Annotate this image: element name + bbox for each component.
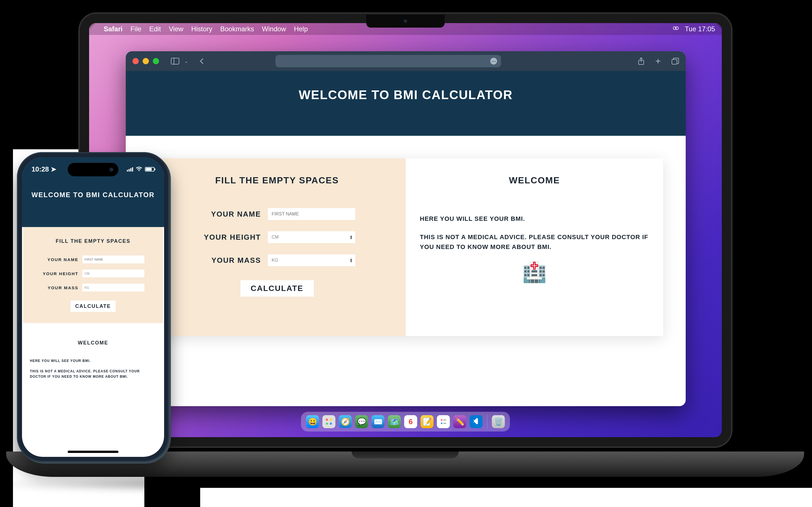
camera-dot (404, 19, 407, 23)
dock-safari-icon[interactable]: 🧭 (339, 415, 352, 428)
dock-notes-icon[interactable]: 📝 (421, 415, 434, 428)
bottom-white-strip (200, 488, 812, 507)
name-input[interactable] (268, 208, 355, 220)
page-title: WELCOME TO BMI CALCULATOR (126, 88, 686, 102)
window-minimize-button[interactable] (143, 58, 149, 64)
dock-trash-icon[interactable]: 🗑️ (492, 415, 505, 428)
iphone-mass-input[interactable]: KG (82, 284, 144, 291)
status-time: 10:28 ➤ (32, 165, 56, 173)
iphone-name-input[interactable] (82, 256, 144, 263)
iphone-webview: WELCOME TO BMI CALCULATOR FILL THE EMPTY… (22, 157, 164, 457)
mass-placeholder: KG (272, 258, 278, 263)
laptop-bezel: Safari File Edit View History Bookmarks … (80, 13, 731, 447)
height-input[interactable]: CM ▲▼ (268, 231, 355, 243)
stepper-icon[interactable]: ▲▼ (350, 235, 353, 239)
menu-window[interactable]: Window (262, 25, 286, 33)
home-indicator[interactable] (68, 451, 118, 453)
row-name: YOUR NAME (162, 208, 392, 220)
svg-rect-2 (171, 58, 179, 64)
dock-messages-icon[interactable]: 💬 (355, 415, 368, 428)
share-icon[interactable] (638, 57, 645, 65)
dock-maps-icon[interactable]: 🗺️ (388, 415, 401, 428)
mass-input[interactable]: KG ▲▼ (268, 255, 355, 266)
svg-point-13 (441, 419, 443, 421)
app-header: WELCOME TO BMI CALCULATOR (126, 71, 686, 136)
menu-file[interactable]: File (131, 25, 142, 33)
iphone-form-title: FILL THE EMPTY SPACES (30, 238, 156, 244)
iphone-row-name: YOUR NAME (30, 256, 156, 263)
result-line2: THIS IS NOT A MEDICAL ADVICE. PLEASE CON… (420, 232, 649, 252)
iphone-height-input[interactable]: CM (82, 270, 144, 277)
dock-freeform-icon[interactable]: ✏️ (453, 415, 466, 428)
calculate-button[interactable]: CALCULATE (241, 280, 314, 297)
menu-edit[interactable]: Edit (149, 25, 161, 33)
result-line1: HERE YOU WILL SEE YOUR BMI. (420, 214, 649, 224)
menubar-clock[interactable]: Tue 17:05 (685, 25, 715, 33)
macbook-frame: Safari File Edit View History Bookmarks … (80, 13, 731, 470)
iphone-result-line2: THIS IS NOT A MEDICAL ADVICE. PLEASE CON… (30, 369, 156, 379)
dynamic-island (68, 163, 118, 176)
wifi-icon (136, 166, 142, 173)
dock-finder-icon[interactable]: 😀 (306, 415, 319, 428)
svg-rect-8 (672, 59, 677, 64)
safari-webview: WELCOME TO BMI CALCULATOR FILL THE EMPTY… (126, 71, 686, 358)
form-title: FILL THE EMPTY SPACES (162, 175, 392, 186)
window-zoom-button[interactable] (153, 58, 159, 64)
menubar-app-name[interactable]: Safari (104, 25, 123, 33)
battery-icon (145, 167, 154, 172)
iphone-result-title: WELCOME (30, 340, 156, 346)
svg-point-11 (326, 422, 328, 425)
label-height: YOUR HEIGHT (199, 233, 261, 242)
iphone-height-placeholder: CM (85, 272, 89, 275)
window-close-button[interactable] (133, 58, 139, 64)
svg-point-9 (326, 418, 328, 421)
tabs-overview-icon[interactable] (672, 57, 679, 65)
reader-more-icon[interactable]: ⋯ (490, 58, 497, 64)
dock-separator (487, 414, 488, 429)
menu-bookmarks[interactable]: Bookmarks (220, 25, 254, 33)
new-tab-icon[interactable] (655, 57, 661, 65)
svg-point-12 (330, 422, 332, 425)
iphone-page-title: WELCOME TO BMI CALCULATOR (22, 191, 164, 199)
control-center-icon[interactable] (672, 25, 679, 33)
address-bar[interactable]: ⋯ (275, 55, 501, 67)
safari-window: ⌄ ⋯ (126, 51, 686, 406)
height-placeholder: CM (272, 235, 279, 240)
stepper-icon[interactable]: ▲▼ (350, 258, 353, 263)
hospital-icon: 🏥 (420, 261, 649, 284)
dock-vscode-icon[interactable] (470, 415, 483, 428)
iphone-row-mass: YOUR MASS KG (30, 284, 156, 291)
chevron-down-icon[interactable]: ⌄ (185, 59, 188, 64)
iphone-mass-placeholder: KG (85, 286, 89, 289)
svg-point-14 (441, 422, 443, 424)
laptop-notch (366, 15, 445, 27)
menu-help[interactable]: Help (294, 25, 308, 33)
menu-history[interactable]: History (191, 25, 212, 33)
dock-mail-icon[interactable]: ✉️ (371, 415, 385, 428)
dock-reminders-icon[interactable] (437, 415, 450, 428)
form-card: FILL THE EMPTY SPACES YOUR NAME YOUR HEI… (148, 158, 406, 336)
sidebar-toggle-icon[interactable] (171, 58, 179, 64)
dock-calendar-icon[interactable]: 6 (404, 415, 417, 428)
safari-toolbar: ⌄ ⋯ (126, 51, 686, 71)
iphone-screen: 10:28 ➤ WELCOME TO BMI CALCULATOR FILL T… (22, 157, 164, 457)
iphone-frame: 10:28 ➤ WELCOME TO BMI CALCULATOR FILL T… (17, 152, 169, 462)
label-name: YOUR NAME (199, 210, 261, 219)
iphone-label-mass: YOUR MASS (42, 285, 79, 290)
laptop-screen: Safari File Edit View History Bookmarks … (89, 23, 722, 437)
iphone-row-height: YOUR HEIGHT CM (30, 270, 156, 277)
iphone-label-name: YOUR NAME (42, 257, 79, 262)
iphone-calculate-button[interactable]: CALCULATE (70, 300, 116, 312)
label-mass: YOUR MASS (199, 256, 261, 265)
row-mass: YOUR MASS KG ▲▼ (162, 255, 392, 266)
app-body: FILL THE EMPTY SPACES YOUR NAME YOUR HEI… (126, 136, 686, 358)
macos-dock: 😀 🧭 💬 ✉️ 🗺️ 6 📝 ✏️ 🗑️ (301, 412, 510, 432)
result-card: WELCOME HERE YOU WILL SEE YOUR BMI. THIS… (406, 158, 663, 336)
menu-view[interactable]: View (169, 25, 184, 33)
row-height: YOUR HEIGHT CM ▲▼ (162, 231, 392, 243)
back-button-icon[interactable] (199, 58, 204, 64)
iphone-form-card: FILL THE EMPTY SPACES YOUR NAME YOUR HEI… (23, 227, 163, 323)
iphone-result-line1: HERE YOU WILL SEE YOUR BMI. (30, 358, 156, 363)
iphone-result-card: WELCOME HERE YOU WILL SEE YOUR BMI. THIS… (23, 329, 163, 396)
dock-launchpad-icon[interactable] (322, 415, 336, 428)
